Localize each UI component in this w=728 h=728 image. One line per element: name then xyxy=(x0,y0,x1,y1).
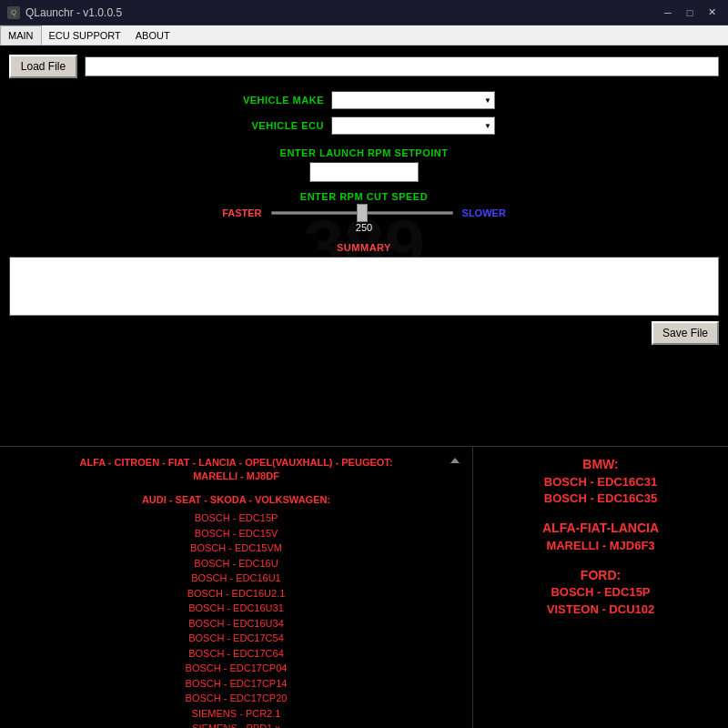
ford-title: FORD: xyxy=(480,567,721,585)
list-item: SIEMENS - PPD1.x xyxy=(7,721,465,728)
slider-faster-label: FASTER xyxy=(222,207,261,218)
alfa-fiat-title: ALFA-FIAT-LANCIA xyxy=(480,520,721,538)
menu-item-ecu-support[interactable]: ECU SUPPORT xyxy=(42,25,128,45)
vehicle-ecu-select-wrapper xyxy=(331,116,495,135)
vehicle-make-label: VEHICLE MAKE xyxy=(233,95,324,106)
ecu-group-2-title: AUDI - SEAT - SKODA - VOLKSWAGEN: xyxy=(7,493,465,507)
vehicle-make-select[interactable] xyxy=(331,91,495,109)
menu-item-about[interactable]: ABOUT xyxy=(128,25,177,45)
ford-ecu-1: BOSCH - EDC15P xyxy=(480,584,721,601)
list-item: BOSCH - EDC15P xyxy=(7,511,465,526)
ecu-left-panel[interactable]: ALFA - CITROEN - FIAT - LANCIA - OPEL(VA… xyxy=(0,447,473,728)
list-item: BOSCH - EDC17CP04 xyxy=(7,661,465,676)
file-path-input[interactable] xyxy=(85,56,719,76)
bmw-group: BMW: BOSCH - EDC16C31 BOSCH - EDC16C35 xyxy=(480,456,721,507)
close-button[interactable]: ✕ xyxy=(703,5,721,20)
save-file-button[interactable]: Save File xyxy=(652,321,719,345)
ecu-right-panel: BMW: BOSCH - EDC16C31 BOSCH - EDC16C35 A… xyxy=(473,447,728,728)
menu-bar: MAIN ECU SUPPORT ABOUT xyxy=(0,25,728,46)
slider-row: FASTER SLOWER xyxy=(222,206,506,220)
list-item: BOSCH - EDC16U34 xyxy=(7,616,465,632)
launch-rpm-input[interactable] xyxy=(309,162,419,182)
bmw-title: BMW: xyxy=(480,456,721,474)
slider-slower-label: SLOWER xyxy=(462,207,506,218)
rpm-cut-speed-slider[interactable] xyxy=(271,206,453,220)
vehicle-ecu-select[interactable] xyxy=(331,116,495,135)
summary-label: SUMMARY xyxy=(9,242,719,253)
list-item: BOSCH - EDC17CP20 xyxy=(7,691,465,706)
list-item: BOSCH - EDC16U1 xyxy=(7,571,465,586)
bmw-ecu-1: BOSCH - EDC16C31 xyxy=(480,474,721,490)
window-controls: ─ □ ✕ xyxy=(659,5,721,20)
rpm-cut-speed-label: ENTER RPM CUT SPEED xyxy=(300,191,428,202)
app-icon: Q xyxy=(7,6,20,19)
list-item: BOSCH - EDC16U31 xyxy=(7,601,465,616)
app-title: QLaunchr - v1.0.0.5 xyxy=(25,6,122,19)
title-bar: Q QLaunchr - v1.0.0.5 ─ □ ✕ xyxy=(0,0,728,25)
title-bar-left: Q QLaunchr - v1.0.0.5 xyxy=(7,6,122,19)
summary-box xyxy=(9,257,719,316)
bottom-panel: ALFA - CITROEN - FIAT - LANCIA - OPEL(VA… xyxy=(0,446,728,728)
bmw-ecu-2: BOSCH - EDC16C35 xyxy=(480,490,721,507)
list-item: BOSCH - EDC17C64 xyxy=(7,646,465,662)
slider-value: 250 xyxy=(356,222,372,233)
scroll-up-indicator xyxy=(450,454,460,463)
vehicle-make-select-wrapper xyxy=(331,91,495,109)
main-content: 389 Load File VEHICLE MAKE VEHICLE ECU E… xyxy=(0,46,728,446)
list-item: BOSCH - EDC16U2.1 xyxy=(7,586,465,602)
maximize-button[interactable]: □ xyxy=(681,5,699,20)
vehicle-make-row: VEHICLE MAKE xyxy=(233,91,495,109)
top-row: Load File xyxy=(9,55,719,78)
vehicle-ecu-label: VEHICLE ECU xyxy=(233,120,324,131)
vehicle-ecu-row: VEHICLE ECU xyxy=(233,116,495,135)
list-item: SIEMENS - PCR2.1 xyxy=(7,706,465,722)
launch-rpm-label: ENTER LAUNCH RPM SETPOINT xyxy=(280,147,449,158)
menu-item-main[interactable]: MAIN xyxy=(0,25,42,45)
launch-rpm-section: ENTER LAUNCH RPM SETPOINT xyxy=(9,147,719,182)
load-file-button[interactable]: Load File xyxy=(9,55,77,78)
ford-ecu-2: VISTEON - DCU102 xyxy=(480,602,721,618)
alfa-fiat-group: ALFA-FIAT-LANCIA MARELLI - MJD6F3 xyxy=(480,520,721,554)
rpm-cut-speed-section: ENTER RPM CUT SPEED FASTER SLOWER 250 xyxy=(9,191,719,233)
list-item: BOSCH - EDC15V xyxy=(7,526,465,541)
minimize-button[interactable]: ─ xyxy=(659,5,677,20)
save-row: Save File xyxy=(9,321,719,345)
list-item: BOSCH - EDC15VM xyxy=(7,541,465,556)
summary-section: SUMMARY xyxy=(9,242,719,316)
alfa-fiat-ecu-1: MARELLI - MJD6F3 xyxy=(480,538,721,554)
list-item: BOSCH - EDC17C54 xyxy=(7,631,465,646)
vehicle-fields: VEHICLE MAKE VEHICLE ECU xyxy=(9,91,719,135)
ford-group: FORD: BOSCH - EDC15P VISTEON - DCU102 xyxy=(480,567,721,618)
list-item: BOSCH - EDC16U xyxy=(7,556,465,571)
list-item: BOSCH - EDC17CP14 xyxy=(7,676,465,692)
ecu-group-1-title: ALFA - CITROEN - FIAT - LANCIA - OPEL(VA… xyxy=(7,456,465,484)
